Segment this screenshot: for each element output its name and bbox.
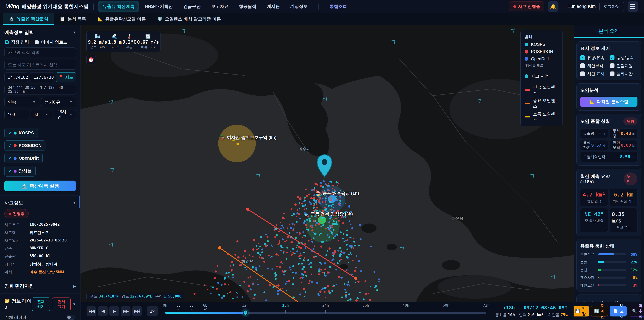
ship-icon: 🚢 <box>580 301 586 302</box>
fast-forward-button[interactable]: ▶▶ <box>121 306 130 316</box>
collapse-icon[interactable]: ▼ <box>72 201 76 205</box>
checkbox-icon <box>580 72 585 76</box>
checkbox-icon: ✓ <box>610 55 614 60</box>
timeline-bar: |◀◀◀▶▶▶▶▶| 1× 0h6h12h18h24h36h48h60h72h … <box>80 302 574 320</box>
forecast-input-section: 예측정보 입력 ▼ 직접 입력 이미지 업로드 사고명 직접 입력 또는 사고 … <box>0 25 80 195</box>
expand-icon[interactable]: ▶ <box>74 284 76 288</box>
nav-item-2[interactable]: 긴급구난 <box>179 1 205 12</box>
legend-dot-icon <box>524 57 528 61</box>
model-chip-앙상블[interactable]: ✓앙상블 <box>4 166 36 177</box>
nav-item-6[interactable]: 기상정보 <box>286 1 312 12</box>
model-chip-kosps[interactable]: ✓KOSPS <box>4 128 38 138</box>
display-check-민감자원[interactable]: 민감자원 <box>610 63 638 69</box>
danger-badge: 위험 <box>624 172 638 185</box>
incident-list-select[interactable]: 또는 사고 리스트에서 선택 <box>4 60 76 70</box>
chevron-down-icon: ▼ <box>33 100 36 104</box>
model-color-dot <box>14 144 16 147</box>
skip-end-button[interactable]: ▶▶| <box>132 306 142 316</box>
playback-speed-button[interactable]: 1× <box>147 306 158 316</box>
legend-dot-icon <box>524 43 528 46</box>
hamburger-menu-button[interactable] <box>628 1 638 12</box>
재계산-button[interactable]: 🔄재계산 <box>591 306 608 316</box>
보고서-button[interactable]: 📄보고서 <box>610 306 627 316</box>
folder-icon: 📁 <box>4 298 10 303</box>
fence-line-icon <box>524 103 530 104</box>
model-chip-opendrift[interactable]: ✓OpenDrift <box>4 153 42 163</box>
notifications-button[interactable]: 🔔 <box>548 1 558 12</box>
chevron-down-icon: ▼ <box>46 113 48 116</box>
latitude-input[interactable]: 34.741827129 <box>4 72 28 82</box>
nav-item-1[interactable]: HNS·대기확산 <box>140 1 177 12</box>
oil-type-select[interactable]: 벙커C유▼ <box>41 97 76 107</box>
display-check-날짜시간[interactable]: 날짜시간 <box>610 71 638 77</box>
display-check-해안부착[interactable]: 해안부착 <box>580 63 608 69</box>
panel-tab-analysis-summary[interactable]: 분석 요약 <box>574 25 644 38</box>
checkbox-icon <box>610 72 614 76</box>
duration-select[interactable]: 48시간▼ <box>54 110 76 119</box>
radio-direct-input[interactable]: 직접 입력 <box>5 39 29 45</box>
tab-0[interactable]: 🔬유출유 확산분석 <box>3 13 54 25</box>
collapse-icon[interactable]: ▼ <box>72 31 76 34</box>
tab-3[interactable]: 🛡️오일펜스 배치 알고리즘 이론 <box>152 13 226 25</box>
unit-select[interactable]: kL▼ <box>31 110 52 119</box>
tick-48h: 48h <box>402 303 409 307</box>
play-button[interactable]: ▶ <box>109 306 119 316</box>
역추적-button[interactable]: 🔍역추적 <box>629 306 644 316</box>
nav-item-5[interactable]: 게시판 <box>262 1 284 12</box>
incident-dot-icon <box>524 74 528 78</box>
model-chip-poseidon[interactable]: ✓POSEIDON <box>4 140 46 151</box>
weathering-bar-수면잔류: 수면잔류58% <box>580 252 638 257</box>
info-layers-section: 📁 정보 레이어 전체 켜기 전체 끄기 ▼ 전체 레이어 🐟어장정보17,12… <box>0 293 80 320</box>
radio-image-upload[interactable]: 이미지 업로드 <box>35 39 68 45</box>
incident-row: 담당자남해청, 방재과 <box>4 262 76 267</box>
run-forecast-button[interactable]: 🔬 확산예측 실행 <box>4 181 76 191</box>
역추적-icon: 🔍 <box>632 309 637 313</box>
readout-차단율: 차단율 75% <box>548 312 568 317</box>
section-title: 예측정보 입력 <box>4 29 34 36</box>
collapse-icon[interactable]: ▼ <box>72 302 76 306</box>
tab-1[interactable]: 📋분석 목록 <box>54 13 92 25</box>
incident-name-input[interactable]: 사고명 직접 입력 <box>4 48 76 57</box>
all-layers-toggle[interactable] <box>66 315 75 320</box>
nav-item-0[interactable]: 유출유 확산예측 <box>98 1 139 12</box>
weathering-bar-증발: 증발22% <box>580 260 638 264</box>
step-back-button[interactable]: ◀ <box>98 306 108 316</box>
display-check-시간 표시[interactable]: 시간 표시 <box>580 71 608 77</box>
status-연안부착: 연안부착0.00kl <box>610 140 638 150</box>
check-icon: ✓ <box>8 143 12 148</box>
logout-button[interactable]: 로그아웃 <box>600 2 624 12</box>
incident-active-badge[interactable]: 사고 진행중 <box>509 2 544 12</box>
nav-item-3[interactable]: 보고자료 <box>207 1 233 12</box>
main-nav: 유출유 확산예측HNS·대기확산긴급구난보고자료항공탐색게시판기상정보통합조회 <box>98 1 351 12</box>
display-check-유향/유속[interactable]: ✓유향/유속 <box>580 55 608 60</box>
skip-start-button[interactable]: |◀◀ <box>86 306 96 316</box>
all-layers-off-button[interactable]: 전체 끄기 <box>52 297 70 311</box>
nav-item-4[interactable]: 항공탐색 <box>234 1 261 12</box>
tick-0h: 0h <box>163 303 167 307</box>
map-canvas[interactable]: 🌬️9.2 m/s풍속 (SW)🌊1.8 m파고🌡️9.2°C수온🔄0.67 m… <box>80 25 574 302</box>
nav-item-integrated-search[interactable]: 통합조회 <box>325 1 351 12</box>
display-check-풍향/풍속[interactable]: ✓풍향/풍속 <box>610 55 638 60</box>
all-layers-on-button[interactable]: 전체 켜기 <box>32 297 50 311</box>
longitude-input[interactable]: 127.673856994 <box>30 72 54 82</box>
user-name: Eunjeong Kim <box>568 4 596 9</box>
top-nav: Wing 해양환경 위기대응 통합시스템 유출유 확산예측HNS·대기확산긴급구… <box>0 0 644 13</box>
저장-button[interactable]: 💾저장 <box>572 306 589 316</box>
spill-type-select[interactable]: 연속▼ <box>4 97 39 107</box>
amount-input[interactable]: 100 <box>4 110 29 119</box>
map-coordinates-bar: 위도 34.7418°N 경도 127.6739°E 축척 1:50,000 <box>86 293 185 300</box>
alert-dot-icon <box>513 5 516 8</box>
pick-on-map-button[interactable]: 📍 지도 <box>56 72 76 82</box>
recenter-target-button[interactable]: 🎯 <box>86 55 96 65</box>
place-label-dolsan: 돌산읍 <box>451 216 464 221</box>
fence-deploy-marker-icon[interactable] <box>177 306 180 310</box>
polygon-analysis-button[interactable]: 📐 다각형 분석수행 <box>580 97 638 107</box>
fence-line-icon <box>524 89 530 91</box>
tab-2[interactable]: 📐유출유확산모델 이론 <box>92 13 152 25</box>
tick-60h: 60h <box>443 303 450 307</box>
fence-deploy-marker-icon[interactable] <box>204 306 207 310</box>
fence-deploy-marker-icon[interactable] <box>190 306 193 310</box>
all-layers-label: 전체 레이어 <box>5 315 26 320</box>
vessel-spec-card[interactable]: 🚢 사고 선박 제원 ▸ <box>576 294 641 302</box>
radio-icon <box>5 40 9 44</box>
